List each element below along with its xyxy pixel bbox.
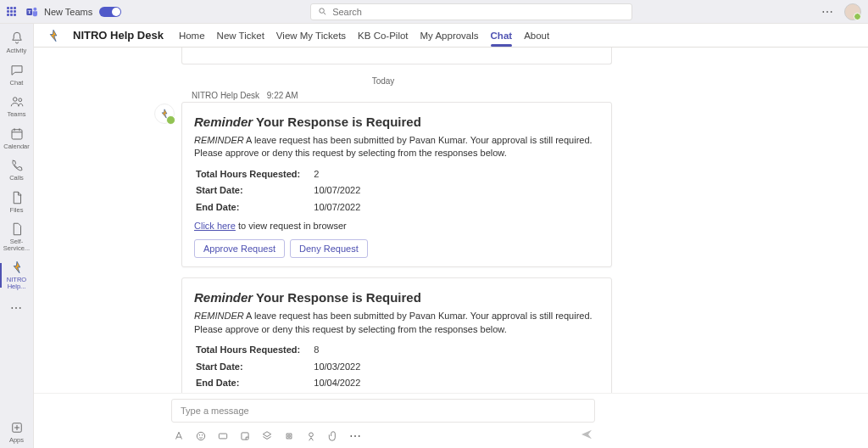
day-divider: Today [154, 76, 612, 86]
user-avatar[interactable] [844, 3, 861, 20]
adaptive-card: Reminder Your Response is Required REMIN… [181, 102, 612, 267]
tab-about[interactable]: About [524, 25, 549, 46]
svg-point-16 [202, 435, 203, 436]
chat-scroll: Today NITRO Help Desk 9:22 AM Reminder Y… [34, 48, 868, 393]
adaptive-card: Reminder Your Response is Required REMIN… [181, 277, 612, 393]
file-icon [9, 190, 25, 205]
product-label: New Teams [44, 7, 92, 17]
rail-more[interactable]: ⋯ [0, 294, 34, 322]
sticker-icon[interactable] [239, 430, 251, 442]
card-title: Reminder Your Response is Required [194, 113, 599, 131]
app-launcher-icon[interactable] [7, 7, 19, 16]
card-details-table: Total Hours Requested:8 Start Date:10/03… [194, 341, 374, 392]
previous-card-stub [181, 48, 612, 64]
new-teams-toggle[interactable] [99, 7, 121, 17]
view-in-browser-link[interactable]: Click here [194, 221, 236, 231]
doc-icon [9, 221, 25, 237]
rail-calendar[interactable]: Calendar [0, 123, 34, 155]
more-actions-icon[interactable]: ⋯ [349, 429, 362, 443]
nitro-logo-icon [9, 260, 25, 275]
deny-button[interactable]: Deny Request [290, 239, 368, 258]
attach-icon[interactable] [327, 430, 339, 442]
app-title: NITRO Help Desk [73, 29, 164, 42]
message-row: Reminder Your Response is Required REMIN… [154, 102, 612, 267]
message-timestamp: 9:22 AM [267, 91, 298, 100]
svg-point-5 [13, 98, 17, 102]
compose-input[interactable]: Type a message [171, 399, 595, 423]
search-icon [318, 7, 327, 16]
svg-point-15 [199, 435, 200, 436]
message-row: Reminder Your Response is Required REMIN… [154, 277, 612, 393]
message-composer: Type a message ⋯ [34, 393, 868, 448]
rail-apps[interactable]: Apps [0, 417, 34, 449]
svg-point-14 [197, 432, 204, 440]
rail-files[interactable]: Files [0, 187, 34, 219]
rail-chat[interactable]: Chat [0, 59, 34, 92]
card-link-row: Click here to view request in browser [194, 220, 599, 232]
gif-icon[interactable] [217, 430, 229, 442]
message-header: NITRO Help Desk 9:22 AM [192, 91, 612, 100]
svg-point-6 [18, 98, 21, 102]
card-title: Reminder Your Response is Required [194, 288, 599, 306]
rail-teams[interactable]: Teams [0, 91, 34, 123]
rail-selfservice[interactable]: Self-Service... [0, 218, 34, 256]
svg-rect-18 [242, 433, 248, 440]
svg-rect-17 [219, 434, 226, 439]
svg-line-4 [324, 13, 326, 14]
tab-home[interactable]: Home [179, 25, 205, 46]
rail-calls[interactable]: Calls [0, 154, 34, 187]
approve-button[interactable]: Approve Request [194, 239, 285, 258]
svg-point-3 [320, 8, 325, 14]
nitro-app-logo-icon [46, 28, 61, 43]
more-icon[interactable]: ⋯ [821, 5, 834, 19]
apps-icon [9, 420, 25, 435]
nitro-bot-icon [159, 108, 170, 120]
app-rail: Activity Chat Teams Calendar Calls Files… [0, 24, 34, 448]
praise-icon[interactable] [305, 430, 317, 442]
card-body: REMINDER A leave request has been submit… [194, 134, 599, 160]
search-input[interactable]: Search [310, 3, 632, 20]
card-body: REMINDER A leave request has been submit… [194, 310, 599, 336]
format-icon[interactable] [173, 430, 185, 442]
tab-my-approvals[interactable]: My Approvals [420, 25, 479, 46]
search-placeholder: Search [332, 7, 362, 17]
svg-rect-7 [12, 129, 22, 138]
phone-icon [9, 158, 25, 173]
svg-text:T: T [28, 9, 31, 14]
tab-kb-copilot[interactable]: KB Co-Pilot [358, 25, 408, 46]
svg-point-2 [33, 7, 36, 10]
sender-name: NITRO Help Desk [192, 91, 259, 100]
emoji-icon[interactable] [195, 430, 207, 442]
tab-new-ticket[interactable]: New Ticket [217, 25, 264, 46]
extension-icon[interactable] [261, 430, 273, 442]
loop-icon[interactable] [283, 430, 295, 442]
rail-activity[interactable]: Activity [0, 27, 34, 59]
stage: NITRO Help Desk Home New Ticket View My … [34, 24, 868, 448]
compose-placeholder: Type a message [181, 406, 249, 416]
tab-view-my-tickets[interactable]: View My Tickets [276, 25, 346, 46]
teams-logo-icon: T [25, 5, 39, 19]
chat-icon [9, 63, 25, 78]
rail-nitro-helpdesk[interactable]: NITRO Help... [0, 256, 34, 294]
ellipsis-icon: ⋯ [10, 301, 23, 315]
card-details-table: Total Hours Requested:2 Start Date:10/07… [194, 165, 374, 216]
calendar-icon [9, 126, 25, 142]
bot-avatar [154, 104, 175, 124]
app-header: NITRO Help Desk Home New Ticket View My … [34, 24, 868, 48]
svg-point-19 [309, 433, 314, 437]
compose-toolbar: ⋯ [171, 423, 595, 445]
title-bar: T New Teams Search ⋯ [0, 0, 868, 24]
send-icon [580, 428, 593, 441]
send-button[interactable] [580, 428, 593, 445]
tab-chat[interactable]: Chat [491, 25, 513, 46]
bell-icon [9, 31, 25, 46]
people-icon [9, 94, 25, 109]
